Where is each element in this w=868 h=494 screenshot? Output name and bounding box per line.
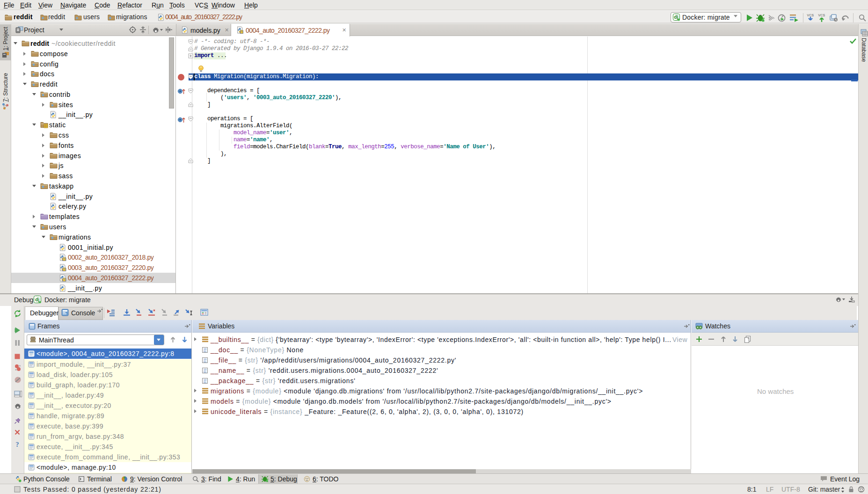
svg-text:VCS: VCS <box>807 14 814 17</box>
svg-text:01: 01 <box>204 360 207 363</box>
svg-text:01: 01 <box>204 381 207 384</box>
svg-text:dj: dj <box>674 15 678 20</box>
svg-text:01: 01 <box>204 370 207 374</box>
svg-text:dj: dj <box>35 297 39 302</box>
svg-text:VCS: VCS <box>818 14 825 17</box>
svg-text:01: 01 <box>204 350 207 353</box>
svg-text:?: ? <box>16 441 19 448</box>
